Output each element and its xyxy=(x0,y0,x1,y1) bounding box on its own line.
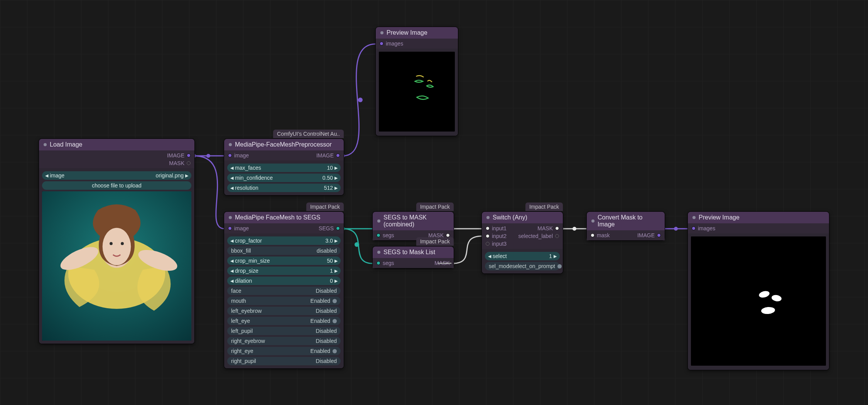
preview-mask xyxy=(691,236,826,366)
chevron-left-icon[interactable]: ◀ xyxy=(488,254,491,259)
param-crop-min-size[interactable]: ◀crop_min_size50▶ xyxy=(227,256,341,265)
param-sel-mode[interactable]: sel_modeselect_on_prompt xyxy=(485,262,560,270)
param-bbox-fill[interactable]: bbox_filldisabled xyxy=(227,246,341,255)
param-value: Enabled xyxy=(311,348,330,354)
toggle-left-eye[interactable]: left_eyeEnabled xyxy=(227,317,341,325)
chevron-left-icon[interactable]: ◀ xyxy=(230,176,233,181)
input-port-images[interactable] xyxy=(380,42,383,46)
svg-point-9 xyxy=(572,227,576,231)
output-port-selected-label[interactable] xyxy=(555,234,559,238)
node-title[interactable]: MediaPipe FaceMesh to SEGS xyxy=(224,212,344,223)
input-port-mask[interactable] xyxy=(591,233,594,237)
node-title[interactable]: Load Image xyxy=(39,139,194,150)
param-label: max_faces xyxy=(235,165,261,171)
node-preview-image-right[interactable]: Preview Image images xyxy=(687,211,829,370)
param-crop-factor[interactable]: ◀crop_factor3.0▶ xyxy=(227,236,341,245)
upload-button[interactable]: choose file to upload xyxy=(42,181,191,190)
node-title[interactable]: SEGS to MASK (combined) xyxy=(373,212,454,230)
chevron-left-icon[interactable]: ◀ xyxy=(230,238,233,243)
input-port-images[interactable] xyxy=(692,226,696,230)
chevron-left-icon[interactable]: ◀ xyxy=(230,165,233,170)
chevron-left-icon[interactable]: ◀ xyxy=(230,268,233,273)
param-value: 0.50 xyxy=(323,175,333,181)
output-port-image[interactable] xyxy=(187,154,191,157)
toggle-left-eyebrow[interactable]: left_eyebrowDisabled xyxy=(227,307,341,315)
output-port-segs[interactable] xyxy=(336,226,340,230)
chevron-right-icon[interactable]: ▶ xyxy=(334,176,338,181)
param-max-faces[interactable]: ◀max_faces10▶ xyxy=(227,164,341,172)
chevron-right-icon[interactable]: ▶ xyxy=(185,173,188,178)
node-graph-canvas[interactable]: Load Image IMAGE MASK ◀ image original.p… xyxy=(0,0,868,405)
chevron-right-icon[interactable]: ▶ xyxy=(554,254,557,259)
param-value: Disabled xyxy=(316,358,337,364)
param-drop-size[interactable]: ◀drop_size1▶ xyxy=(227,267,341,275)
param-value: Enabled xyxy=(311,318,330,324)
chevron-right-icon[interactable]: ▶ xyxy=(334,278,338,284)
param-resolution[interactable]: ◀resolution512▶ xyxy=(227,184,341,192)
output-port-image[interactable] xyxy=(336,154,340,157)
node-facemesh-to-segs[interactable]: Impact Pack MediaPipe FaceMesh to SEGS i… xyxy=(224,211,344,369)
output-port-image[interactable] xyxy=(657,233,661,237)
toggle-face[interactable]: faceDisabled xyxy=(227,287,341,295)
node-title[interactable]: MediaPipe-FaceMeshPreprocessor xyxy=(224,139,344,150)
input-port-input3[interactable] xyxy=(486,242,490,246)
node-segs-to-mask-list[interactable]: Impact Pack SEGS to Mask List segs MASK xyxy=(372,246,454,268)
param-label: face xyxy=(231,288,241,294)
param-label: resolution xyxy=(235,185,258,191)
toggle-right-eye[interactable]: right_eyeEnabled xyxy=(227,347,341,355)
param-select[interactable]: ◀select1▶ xyxy=(485,252,560,260)
node-load-image[interactable]: Load Image IMAGE MASK ◀ image original.p… xyxy=(39,138,195,344)
node-facemesh-preprocessor[interactable]: ComfyUI's ControlNet Au.. MediaPipe-Face… xyxy=(224,138,344,196)
chevron-left-icon[interactable]: ◀ xyxy=(230,258,233,263)
chevron-right-icon[interactable]: ▶ xyxy=(334,165,338,170)
input-port-segs[interactable] xyxy=(377,233,380,237)
port-label: images xyxy=(698,225,715,231)
param-label: drop_size xyxy=(235,268,258,274)
input-port-segs[interactable] xyxy=(377,261,380,265)
param-label: select xyxy=(493,253,507,259)
node-title[interactable]: SEGS to Mask List xyxy=(373,246,454,258)
output-port-mask-multi[interactable] xyxy=(438,263,451,264)
chevron-right-icon[interactable]: ▶ xyxy=(334,268,338,273)
toggle-indicator xyxy=(557,264,562,268)
chevron-right-icon[interactable]: ▶ xyxy=(334,186,338,191)
node-badge: Impact Pack xyxy=(416,202,454,211)
toggle-mouth[interactable]: mouthEnabled xyxy=(227,297,341,305)
input-port-input1[interactable] xyxy=(486,226,490,230)
param-min-confidence[interactable]: ◀min_confidence0.50▶ xyxy=(227,174,341,182)
port-label: images xyxy=(386,40,403,47)
node-segs-to-mask-combined[interactable]: Impact Pack SEGS to MASK (combined) segs… xyxy=(372,211,454,241)
input-port-image[interactable] xyxy=(228,226,232,230)
svg-point-5 xyxy=(355,242,359,247)
toggle-left-pupil[interactable]: left_pupilDisabled xyxy=(227,327,341,335)
node-convert-mask-to-image[interactable]: Convert Mask to Image mask IMAGE xyxy=(586,211,665,241)
output-port-mask[interactable] xyxy=(446,233,450,237)
param-value: 512 xyxy=(324,185,333,191)
node-title[interactable]: Preview Image xyxy=(688,212,829,223)
param-image-select[interactable]: ◀ image original.png ▶ xyxy=(42,171,191,180)
toggle-right-pupil[interactable]: right_pupilDisabled xyxy=(227,357,341,365)
chevron-left-icon[interactable]: ◀ xyxy=(45,173,48,178)
param-label: right_eye xyxy=(231,348,253,354)
port-label: MASK xyxy=(537,225,553,231)
output-port-mask[interactable] xyxy=(555,226,559,230)
param-dilation[interactable]: ◀dilation0▶ xyxy=(227,277,341,285)
chevron-right-icon[interactable]: ▶ xyxy=(334,258,338,263)
output-port-mask[interactable] xyxy=(187,161,191,165)
node-switch-any[interactable]: Impact Pack Switch (Any) input1 MASK inp… xyxy=(481,211,563,274)
node-title[interactable]: Preview Image xyxy=(376,27,458,39)
chevron-left-icon[interactable]: ◀ xyxy=(230,186,233,191)
param-value: 0 xyxy=(330,278,333,284)
input-port-image[interactable] xyxy=(228,154,232,157)
param-value: 50 xyxy=(327,258,333,264)
input-port-input2[interactable] xyxy=(486,234,490,238)
toggle-right-eyebrow[interactable]: right_eyebrowDisabled xyxy=(227,337,341,345)
chevron-right-icon[interactable]: ▶ xyxy=(334,238,338,243)
node-preview-image-top[interactable]: Preview Image images xyxy=(375,27,458,136)
svg-point-3 xyxy=(358,98,363,102)
chevron-left-icon[interactable]: ◀ xyxy=(230,278,233,284)
node-title[interactable]: Switch (Any) xyxy=(482,212,563,223)
svg-point-16 xyxy=(110,242,113,245)
param-value: 3.0 xyxy=(326,238,333,244)
node-title[interactable]: Convert Mask to Image xyxy=(587,212,665,230)
